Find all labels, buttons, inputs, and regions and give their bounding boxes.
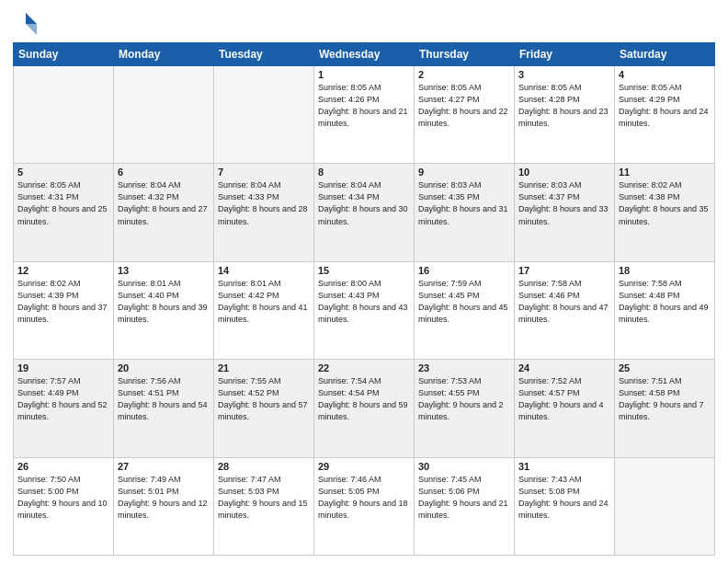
- calendar-cell: 3Sunrise: 8:05 AM Sunset: 4:28 PM Daylig…: [515, 66, 615, 164]
- calendar-cell: 23Sunrise: 7:53 AM Sunset: 4:55 PM Dayli…: [415, 360, 515, 457]
- svg-marker-0: [26, 13, 37, 24]
- day-info: Sunrise: 8:03 AM Sunset: 4:35 PM Dayligh…: [418, 179, 510, 227]
- calendar-cell: 1Sunrise: 8:05 AM Sunset: 4:26 PM Daylig…: [314, 66, 415, 164]
- day-info: Sunrise: 8:04 AM Sunset: 4:32 PM Dayligh…: [118, 179, 210, 227]
- calendar-cell: 4Sunrise: 8:05 AM Sunset: 4:29 PM Daylig…: [615, 66, 715, 164]
- calendar-week-row: 1Sunrise: 8:05 AM Sunset: 4:26 PM Daylig…: [14, 66, 715, 164]
- calendar-cell: 25Sunrise: 7:51 AM Sunset: 4:58 PM Dayli…: [615, 360, 715, 457]
- calendar-cell: 12Sunrise: 8:02 AM Sunset: 4:39 PM Dayli…: [14, 261, 114, 359]
- day-number: 10: [518, 167, 610, 178]
- calendar-cell: 27Sunrise: 7:49 AM Sunset: 5:01 PM Dayli…: [114, 457, 214, 555]
- calendar-cell: 30Sunrise: 7:45 AM Sunset: 5:06 PM Dayli…: [415, 457, 515, 555]
- calendar-cell: 31Sunrise: 7:43 AM Sunset: 5:08 PM Dayli…: [515, 457, 615, 555]
- day-number: 31: [518, 461, 610, 472]
- calendar-cell: 8Sunrise: 8:04 AM Sunset: 4:34 PM Daylig…: [314, 164, 415, 261]
- day-number: 23: [418, 362, 510, 373]
- day-number: 11: [619, 167, 711, 178]
- day-number: 4: [619, 69, 711, 80]
- day-info: Sunrise: 7:53 AM Sunset: 4:55 PM Dayligh…: [418, 375, 510, 423]
- calendar-cell: [114, 66, 214, 164]
- calendar-cell: 13Sunrise: 8:01 AM Sunset: 4:40 PM Dayli…: [114, 261, 214, 359]
- calendar-header-sunday: Sunday: [14, 43, 114, 66]
- day-info: Sunrise: 8:02 AM Sunset: 4:38 PM Dayligh…: [619, 179, 711, 227]
- day-info: Sunrise: 7:49 AM Sunset: 5:01 PM Dayligh…: [118, 474, 210, 522]
- calendar-cell: 29Sunrise: 7:46 AM Sunset: 5:05 PM Dayli…: [314, 457, 415, 555]
- day-number: 13: [118, 265, 210, 276]
- svg-marker-1: [26, 24, 37, 35]
- day-info: Sunrise: 8:01 AM Sunset: 4:40 PM Dayligh…: [118, 278, 210, 326]
- calendar-cell: 16Sunrise: 7:59 AM Sunset: 4:45 PM Dayli…: [415, 261, 515, 359]
- calendar-week-row: 26Sunrise: 7:50 AM Sunset: 5:00 PM Dayli…: [14, 457, 715, 555]
- calendar-week-row: 5Sunrise: 8:05 AM Sunset: 4:31 PM Daylig…: [14, 164, 715, 261]
- day-number: 20: [118, 362, 210, 373]
- calendar-cell: [615, 457, 715, 555]
- day-info: Sunrise: 8:05 AM Sunset: 4:26 PM Dayligh…: [318, 82, 410, 130]
- day-number: 9: [418, 167, 510, 178]
- day-number: 6: [118, 167, 210, 178]
- day-number: 7: [218, 167, 310, 178]
- day-info: Sunrise: 7:50 AM Sunset: 5:00 PM Dayligh…: [17, 474, 109, 522]
- day-number: 25: [619, 362, 711, 373]
- calendar-header-wednesday: Wednesday: [314, 43, 415, 66]
- day-number: 29: [318, 461, 410, 472]
- calendar-cell: [214, 66, 314, 164]
- calendar-cell: 20Sunrise: 7:56 AM Sunset: 4:51 PM Dayli…: [114, 360, 214, 457]
- day-number: 1: [318, 69, 410, 80]
- day-number: 2: [418, 69, 510, 80]
- calendar-cell: 2Sunrise: 8:05 AM Sunset: 4:27 PM Daylig…: [415, 66, 515, 164]
- day-info: Sunrise: 8:04 AM Sunset: 4:33 PM Dayligh…: [218, 179, 310, 227]
- day-number: 24: [518, 362, 610, 373]
- calendar-cell: 19Sunrise: 7:57 AM Sunset: 4:49 PM Dayli…: [14, 360, 114, 457]
- calendar-cell: 10Sunrise: 8:03 AM Sunset: 4:37 PM Dayli…: [515, 164, 615, 261]
- calendar-header-saturday: Saturday: [615, 43, 715, 66]
- day-number: 26: [17, 461, 109, 472]
- day-info: Sunrise: 8:05 AM Sunset: 4:29 PM Dayligh…: [619, 82, 711, 130]
- day-info: Sunrise: 7:58 AM Sunset: 4:48 PM Dayligh…: [619, 278, 711, 326]
- day-number: 30: [418, 461, 510, 472]
- day-number: 19: [17, 362, 109, 373]
- day-number: 16: [418, 265, 510, 276]
- header: [13, 11, 715, 37]
- day-info: Sunrise: 8:00 AM Sunset: 4:43 PM Dayligh…: [318, 278, 410, 326]
- day-number: 28: [218, 461, 310, 472]
- day-info: Sunrise: 8:05 AM Sunset: 4:31 PM Dayligh…: [17, 179, 109, 227]
- logo-icon: [13, 11, 39, 37]
- day-info: Sunrise: 8:01 AM Sunset: 4:42 PM Dayligh…: [218, 278, 310, 326]
- calendar-cell: 5Sunrise: 8:05 AM Sunset: 4:31 PM Daylig…: [14, 164, 114, 261]
- calendar-header-friday: Friday: [515, 43, 615, 66]
- calendar-cell: 22Sunrise: 7:54 AM Sunset: 4:54 PM Dayli…: [314, 360, 415, 457]
- calendar-cell: 15Sunrise: 8:00 AM Sunset: 4:43 PM Dayli…: [314, 261, 415, 359]
- day-number: 22: [318, 362, 410, 373]
- calendar-cell: 14Sunrise: 8:01 AM Sunset: 4:42 PM Dayli…: [214, 261, 314, 359]
- day-number: 8: [318, 167, 410, 178]
- day-info: Sunrise: 7:54 AM Sunset: 4:54 PM Dayligh…: [318, 375, 410, 423]
- page: SundayMondayTuesdayWednesdayThursdayFrid…: [0, 0, 728, 563]
- day-info: Sunrise: 8:03 AM Sunset: 4:37 PM Dayligh…: [518, 179, 610, 227]
- calendar-table: SundayMondayTuesdayWednesdayThursdayFrid…: [13, 42, 715, 556]
- calendar-header-thursday: Thursday: [415, 43, 515, 66]
- day-info: Sunrise: 8:02 AM Sunset: 4:39 PM Dayligh…: [17, 278, 109, 326]
- day-number: 18: [619, 265, 711, 276]
- day-info: Sunrise: 7:57 AM Sunset: 4:49 PM Dayligh…: [17, 375, 109, 423]
- day-number: 27: [118, 461, 210, 472]
- calendar-week-row: 12Sunrise: 8:02 AM Sunset: 4:39 PM Dayli…: [14, 261, 715, 359]
- logo: [13, 11, 42, 37]
- day-info: Sunrise: 7:51 AM Sunset: 4:58 PM Dayligh…: [619, 375, 711, 423]
- calendar-cell: 26Sunrise: 7:50 AM Sunset: 5:00 PM Dayli…: [14, 457, 114, 555]
- day-info: Sunrise: 7:45 AM Sunset: 5:06 PM Dayligh…: [418, 474, 510, 522]
- day-info: Sunrise: 7:43 AM Sunset: 5:08 PM Dayligh…: [518, 474, 610, 522]
- day-info: Sunrise: 8:04 AM Sunset: 4:34 PM Dayligh…: [318, 179, 410, 227]
- day-info: Sunrise: 7:56 AM Sunset: 4:51 PM Dayligh…: [118, 375, 210, 423]
- day-info: Sunrise: 8:05 AM Sunset: 4:28 PM Dayligh…: [518, 82, 610, 130]
- calendar-cell: [14, 66, 114, 164]
- day-number: 21: [218, 362, 310, 373]
- calendar-cell: 21Sunrise: 7:55 AM Sunset: 4:52 PM Dayli…: [214, 360, 314, 457]
- day-number: 3: [518, 69, 610, 80]
- calendar-cell: 24Sunrise: 7:52 AM Sunset: 4:57 PM Dayli…: [515, 360, 615, 457]
- day-info: Sunrise: 7:52 AM Sunset: 4:57 PM Dayligh…: [518, 375, 610, 423]
- calendar-cell: 11Sunrise: 8:02 AM Sunset: 4:38 PM Dayli…: [615, 164, 715, 261]
- day-info: Sunrise: 8:05 AM Sunset: 4:27 PM Dayligh…: [418, 82, 510, 130]
- calendar-cell: 18Sunrise: 7:58 AM Sunset: 4:48 PM Dayli…: [615, 261, 715, 359]
- calendar-cell: 17Sunrise: 7:58 AM Sunset: 4:46 PM Dayli…: [515, 261, 615, 359]
- calendar-header-tuesday: Tuesday: [214, 43, 314, 66]
